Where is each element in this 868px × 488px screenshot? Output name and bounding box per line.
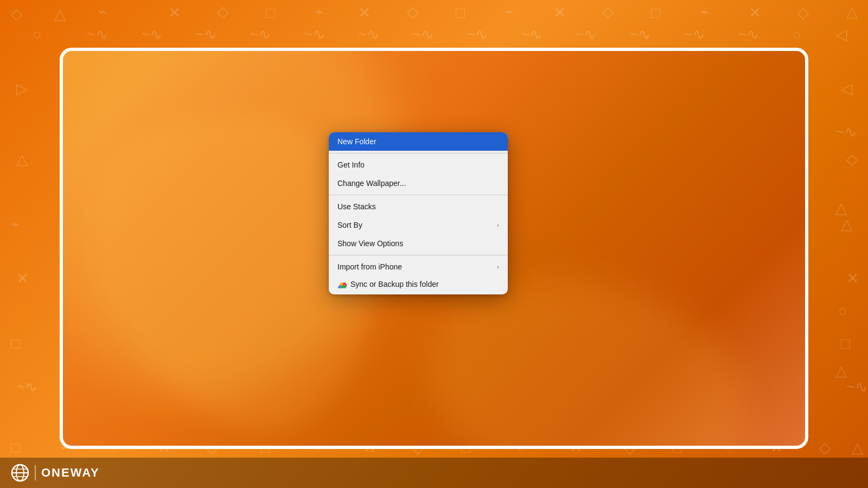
menu-item-new-folder[interactable]: New Folder <box>329 132 508 151</box>
menu-item-new-folder-label: New Folder <box>337 137 499 146</box>
menu-separator-1 <box>329 153 508 153</box>
pattern-symbol: ~∿ <box>87 27 108 42</box>
menu-item-sort-by-label: Sort By <box>337 221 497 229</box>
pattern-symbol: ◇ <box>846 152 858 167</box>
pattern-symbol: ⌁ <box>700 4 709 20</box>
pattern-symbol: △ <box>846 4 858 20</box>
pattern-symbol: ⌁ <box>11 217 20 232</box>
pattern-symbol: ⌁ <box>505 4 514 20</box>
pattern-symbol: ~∿ <box>467 27 488 42</box>
pattern-symbol: ◇ <box>819 440 831 455</box>
pattern-symbol: ○ <box>838 304 847 319</box>
menu-separator-2 <box>329 195 508 195</box>
pattern-symbol: ▷ <box>16 81 28 97</box>
pattern-symbol: ○ <box>33 27 42 42</box>
menu-item-change-wallpaper[interactable]: Change Wallpaper... <box>329 174 508 192</box>
pattern-symbol: ✕ <box>358 5 371 21</box>
main-card: New Folder Get Info Change Wallpaper... … <box>60 48 808 449</box>
pattern-symbol: △ <box>835 201 847 216</box>
context-menu: New Folder Get Info Change Wallpaper... … <box>329 132 508 294</box>
pattern-symbol: ~∿ <box>575 27 596 42</box>
pattern-symbol: ◇ <box>797 5 809 21</box>
pattern-symbol: △ <box>54 7 66 22</box>
pattern-symbol: ~∿ <box>835 125 857 140</box>
pattern-symbol: □ <box>841 336 850 351</box>
pattern-symbol: ~∿ <box>304 27 325 42</box>
menu-item-import-from-iphone-label: Import from iPhone <box>337 262 497 271</box>
pattern-symbol: ◇ <box>602 4 614 20</box>
pattern-symbol: ⌁ <box>98 4 107 20</box>
pattern-symbol: ~∿ <box>521 27 542 42</box>
pattern-symbol: □ <box>266 5 275 21</box>
pattern-symbol: ○ <box>792 27 801 42</box>
pattern-symbol: ◇ <box>217 4 229 20</box>
pattern-symbol: ◇ <box>11 7 23 22</box>
google-drive-icon <box>337 280 347 288</box>
pattern-symbol: △ <box>16 152 28 167</box>
import-iphone-chevron-icon: › <box>497 264 499 270</box>
pattern-symbol: ~∿ <box>629 27 650 42</box>
pattern-symbol: ⌁ <box>315 4 324 20</box>
pattern-symbol: ✕ <box>749 5 761 21</box>
menu-item-import-from-iphone[interactable]: Import from iPhone › <box>329 258 508 276</box>
pattern-symbol: ~∿ <box>846 380 867 395</box>
menu-item-change-wallpaper-label: Change Wallpaper... <box>337 179 499 188</box>
pattern-symbol: △ <box>835 363 847 378</box>
outer-background: ◇ △ ⌁ ✕ ◇ □ ⌁ ✕ ◇ □ ⌁ ✕ ◇ □ ⌁ ✕ ◇ △ ○ ~∿… <box>0 0 868 488</box>
pattern-symbol: ◁ <box>841 81 853 97</box>
pattern-symbol: ~∿ <box>684 27 705 42</box>
menu-item-sort-by[interactable]: Sort By › <box>329 216 508 234</box>
pattern-symbol: □ <box>11 336 20 351</box>
pattern-symbol: ~∿ <box>195 27 216 42</box>
pattern-symbol: ~∿ <box>738 27 759 42</box>
menu-item-get-info-label: Get Info <box>337 160 499 169</box>
pattern-symbol: ◁ <box>835 27 847 42</box>
pattern-symbol: □ <box>456 5 465 21</box>
brand-divider <box>35 465 36 480</box>
pattern-symbol: ~∿ <box>358 27 379 42</box>
pattern-symbol: □ <box>651 5 660 21</box>
pattern-symbol: ~∿ <box>250 27 271 42</box>
pattern-symbol: ✕ <box>846 271 859 286</box>
menu-item-show-view-options[interactable]: Show View Options <box>329 234 508 253</box>
brand-logo-icon <box>11 464 29 482</box>
brand-name: ONEWAY <box>41 466 100 480</box>
pattern-symbol: △ <box>852 440 864 455</box>
pattern-symbol: △ <box>841 217 853 232</box>
menu-item-sync-backup-label: Sync or Backup this folder <box>350 280 499 288</box>
pattern-symbol: ~∿ <box>141 27 162 42</box>
pattern-symbol: ✕ <box>168 5 181 21</box>
pattern-symbol: ✕ <box>553 5 566 21</box>
pattern-symbol: ~∿ <box>412 27 433 42</box>
menu-item-use-stacks[interactable]: Use Stacks <box>329 197 508 216</box>
menu-item-get-info[interactable]: Get Info <box>329 156 508 174</box>
menu-item-sync-backup[interactable]: Sync or Backup this folder <box>329 276 508 294</box>
bottom-bar: ONEWAY <box>0 458 868 488</box>
pattern-symbol: ◇ <box>407 4 419 20</box>
sort-by-chevron-icon: › <box>497 222 499 228</box>
menu-item-use-stacks-label: Use Stacks <box>337 202 499 211</box>
pattern-symbol: ~∿ <box>16 380 37 395</box>
menu-item-show-view-options-label: Show View Options <box>337 239 499 248</box>
pattern-symbol: □ <box>11 440 20 455</box>
pattern-symbol: ✕ <box>16 271 29 286</box>
menu-separator-3 <box>329 255 508 255</box>
